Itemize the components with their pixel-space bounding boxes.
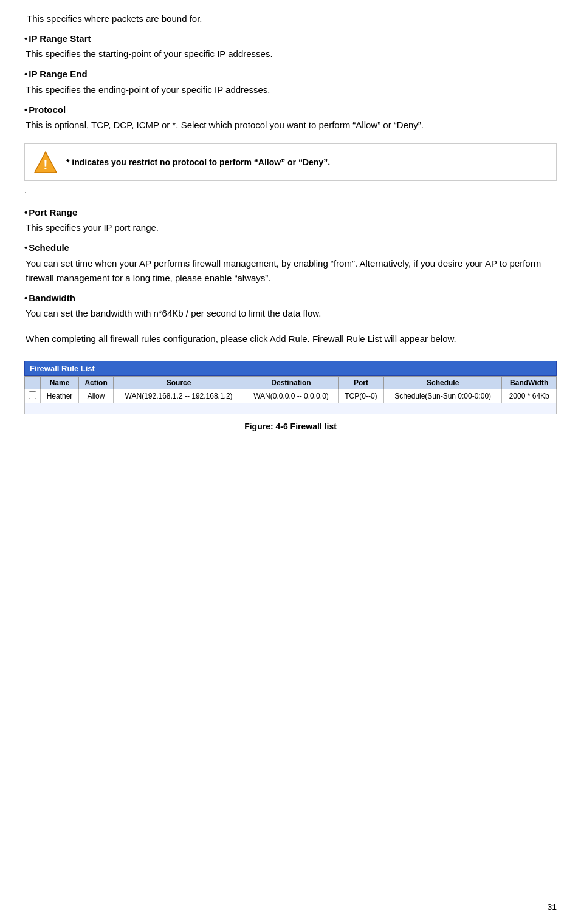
figure-caption: Figure: 4-6 Firewall list xyxy=(24,420,557,433)
period-line: . xyxy=(24,183,557,197)
port-range-heading: Port Range xyxy=(24,206,557,220)
table-row: Heather Allow WAN(192.168.1.2 -- 192.168… xyxy=(25,389,557,403)
ip-range-end-body: This specifies the ending-point of your … xyxy=(26,83,557,97)
protocol-heading: Protocol xyxy=(24,103,557,117)
col-checkbox xyxy=(25,377,41,389)
caution-text: * indicates you restrict no protocol to … xyxy=(66,157,330,167)
row-checkbox-cell[interactable] xyxy=(25,389,41,403)
table-header-row: Name Action Source Destination Port Sche… xyxy=(25,377,557,389)
ip-range-start-body: This specifies the starting-point of you… xyxy=(26,47,557,61)
row-schedule: Schedule(Sun-Sun 0:00-0:00) xyxy=(383,389,501,403)
bandwidth-heading: Bandwidth xyxy=(24,292,557,306)
col-source: Source xyxy=(114,377,244,389)
caution-icon: ! CAUTION xyxy=(33,150,58,174)
row-name: Heather xyxy=(41,389,79,403)
page-number: 31 xyxy=(547,902,557,912)
col-action: Action xyxy=(79,377,114,389)
firewall-section: Firewall Rule List Name Action Source De… xyxy=(24,361,557,414)
row-checkbox[interactable] xyxy=(29,391,36,399)
firewall-table: Name Action Source Destination Port Sche… xyxy=(24,376,557,414)
ip-range-end-heading: IP Range End xyxy=(24,67,557,81)
col-schedule: Schedule xyxy=(383,377,501,389)
row-source: WAN(192.168.1.2 -- 192.168.1.2) xyxy=(114,389,244,403)
schedule-body: You can set time when your AP performs f… xyxy=(26,256,557,286)
table-empty-row xyxy=(25,403,557,414)
row-action: Allow xyxy=(79,389,114,403)
svg-text:!: ! xyxy=(43,157,47,173)
col-name: Name xyxy=(41,377,79,389)
row-bandwidth: 2000 * 64Kb xyxy=(502,389,557,403)
col-bandwidth: BandWidth xyxy=(502,377,557,389)
bandwidth-body: You can set the bandwidth with n*64Kb / … xyxy=(26,306,557,321)
page-content: This specifies where packets are bound f… xyxy=(24,12,557,433)
row-port: TCP(0--0) xyxy=(338,389,383,403)
ip-range-start-heading: IP Range Start xyxy=(24,32,557,46)
schedule-heading: Schedule xyxy=(24,241,557,255)
port-range-body: This specifies your IP port range. xyxy=(26,221,557,235)
firewall-list-title: Firewall Rule List xyxy=(24,361,557,376)
row-destination: WAN(0.0.0.0 -- 0.0.0.0) xyxy=(244,389,339,403)
protocol-body: This is optional, TCP, DCP, ICMP or *. S… xyxy=(26,118,557,132)
col-port: Port xyxy=(338,377,383,389)
caution-box: ! CAUTION * indicates you restrict no pr… xyxy=(24,143,557,181)
col-destination: Destination xyxy=(244,377,339,389)
intro-line: This specifies where packets are bound f… xyxy=(27,12,557,26)
conclusion-text: When completing all firewall rules confi… xyxy=(26,332,557,346)
